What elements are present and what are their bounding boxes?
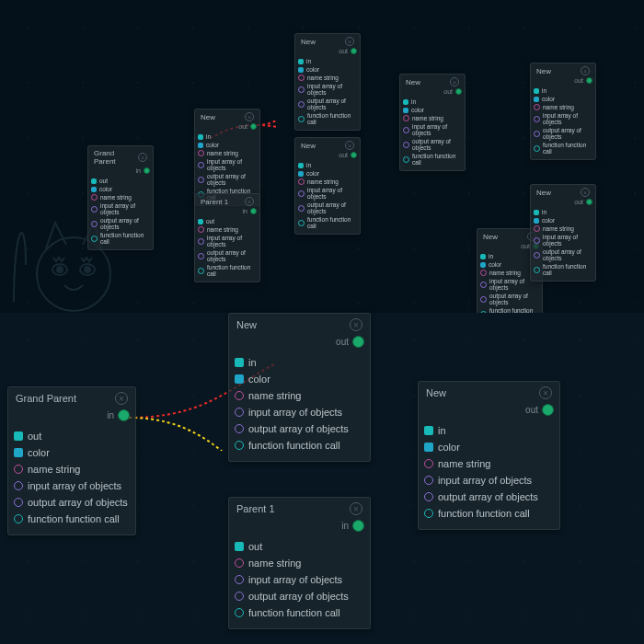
- close-icon[interactable]: ×: [115, 392, 128, 405]
- close-icon[interactable]: ×: [581, 66, 590, 75]
- circle-port-icon[interactable]: [424, 509, 433, 518]
- circle-port-icon[interactable]: [14, 498, 23, 507]
- field-row[interactable]: function function call: [14, 511, 130, 527]
- field-row[interactable]: input array of objects: [534, 111, 592, 126]
- field-row[interactable]: input array of objects: [424, 472, 554, 489]
- field-row[interactable]: output array of objects: [198, 172, 257, 187]
- field-row[interactable]: name string: [298, 74, 357, 82]
- field-row[interactable]: input array of objects: [198, 234, 257, 248]
- circle-port-icon[interactable]: [534, 104, 540, 110]
- circle-port-icon[interactable]: [534, 145, 540, 152]
- field-row[interactable]: in: [534, 86, 592, 95]
- square-port-icon[interactable]: [298, 163, 304, 168]
- field-row[interactable]: name string: [424, 455, 554, 472]
- field-row[interactable]: color: [298, 65, 357, 74]
- node-nw6[interactable]: New×outincolorname stringinput array of …: [530, 63, 596, 160]
- field-row[interactable]: output array of objects: [235, 588, 364, 604]
- field-row[interactable]: input array of objects: [235, 404, 364, 420]
- field-row[interactable]: name string: [91, 193, 150, 201]
- circle-port-icon[interactable]: [403, 127, 409, 133]
- field-row[interactable]: color: [534, 95, 592, 103]
- field-row[interactable]: output array of objects: [14, 494, 130, 511]
- circle-port-icon[interactable]: [198, 177, 204, 183]
- in-port[interactable]: [586, 77, 592, 84]
- square-port-icon[interactable]: [424, 426, 433, 435]
- node-nw4[interactable]: New×outincolorname stringinput array of …: [399, 74, 466, 171]
- circle-port-icon[interactable]: [534, 131, 540, 137]
- field-row[interactable]: in: [403, 98, 462, 106]
- circle-port-icon[interactable]: [298, 101, 305, 108]
- square-port-icon[interactable]: [198, 143, 203, 148]
- node-bp1[interactable]: Parent 1×inoutname stringinput array of …: [228, 497, 371, 629]
- square-port-icon[interactable]: [403, 99, 408, 105]
- close-icon[interactable]: ×: [245, 112, 254, 121]
- circle-port-icon[interactable]: [14, 465, 23, 474]
- node-bnw[interactable]: New×outincolorname stringinput array of …: [228, 313, 371, 462]
- close-icon[interactable]: ×: [345, 141, 354, 150]
- field-row[interactable]: input array of objects: [235, 571, 364, 588]
- field-row[interactable]: output array of objects: [403, 137, 462, 152]
- circle-port-icon[interactable]: [480, 296, 487, 303]
- circle-port-icon[interactable]: [298, 220, 305, 226]
- field-row[interactable]: function function call: [403, 152, 462, 167]
- circle-port-icon[interactable]: [91, 221, 98, 227]
- node-bnw2[interactable]: New×outincolorname stringinput array of …: [418, 381, 560, 530]
- field-row[interactable]: output array of objects: [298, 97, 357, 111]
- field-row[interactable]: out: [91, 177, 150, 185]
- node-header[interactable]: New×: [295, 34, 360, 47]
- field-row[interactable]: function function call: [235, 437, 364, 454]
- circle-port-icon[interactable]: [480, 270, 487, 276]
- field-row[interactable]: in: [235, 354, 364, 371]
- node-nw7[interactable]: New×outincolorname stringinput array of …: [530, 184, 596, 282]
- circle-port-icon[interactable]: [534, 267, 540, 273]
- node-header[interactable]: New×: [531, 63, 595, 76]
- square-port-icon[interactable]: [91, 187, 97, 192]
- field-row[interactable]: in: [298, 161, 357, 169]
- in-port[interactable]: [586, 199, 592, 205]
- circle-port-icon[interactable]: [298, 116, 305, 122]
- field-row[interactable]: function function call: [534, 141, 592, 155]
- square-port-icon[interactable]: [198, 134, 203, 140]
- circle-port-icon[interactable]: [91, 206, 98, 213]
- close-icon[interactable]: ×: [345, 37, 354, 46]
- field-row[interactable]: color: [298, 169, 357, 178]
- circle-port-icon[interactable]: [403, 142, 409, 148]
- field-row[interactable]: function function call: [534, 262, 592, 277]
- field-row[interactable]: function function call: [91, 231, 150, 246]
- in-port[interactable]: [250, 208, 257, 214]
- square-port-icon[interactable]: [534, 210, 539, 215]
- field-row[interactable]: output array of objects: [198, 248, 257, 263]
- field-row[interactable]: name string: [534, 224, 592, 233]
- circle-port-icon[interactable]: [235, 575, 244, 584]
- field-row[interactable]: color: [534, 216, 592, 224]
- field-row[interactable]: color: [235, 371, 364, 387]
- in-port[interactable]: [250, 123, 257, 130]
- circle-port-icon[interactable]: [198, 253, 204, 259]
- close-icon[interactable]: ×: [539, 386, 552, 399]
- node-header[interactable]: New×: [400, 75, 465, 87]
- node-header[interactable]: Grand Parent×: [8, 387, 135, 407]
- field-row[interactable]: color: [14, 444, 130, 461]
- circle-port-icon[interactable]: [14, 514, 23, 523]
- in-port[interactable]: [352, 336, 364, 348]
- square-port-icon[interactable]: [298, 171, 304, 177]
- circle-port-icon[interactable]: [235, 608, 244, 617]
- field-row[interactable]: output array of objects: [534, 247, 592, 262]
- field-row[interactable]: function function call: [298, 111, 357, 126]
- field-row[interactable]: name string: [235, 555, 364, 571]
- in-port[interactable]: [455, 88, 462, 95]
- field-row[interactable]: color: [91, 185, 150, 193]
- circle-port-icon[interactable]: [235, 424, 244, 433]
- field-row[interactable]: output array of objects: [91, 216, 150, 231]
- top-canvas[interactable]: Grand Parent×inoutcolorname stringinput …: [0, 0, 644, 313]
- field-row[interactable]: output array of objects: [480, 292, 539, 306]
- field-row[interactable]: out: [14, 428, 130, 444]
- circle-port-icon[interactable]: [403, 156, 409, 163]
- circle-port-icon[interactable]: [480, 282, 487, 288]
- square-port-icon[interactable]: [534, 88, 539, 94]
- field-row[interactable]: name string: [403, 114, 462, 122]
- square-port-icon[interactable]: [298, 67, 304, 73]
- square-port-icon[interactable]: [91, 178, 97, 184]
- circle-port-icon[interactable]: [235, 558, 244, 568]
- circle-port-icon[interactable]: [534, 116, 540, 122]
